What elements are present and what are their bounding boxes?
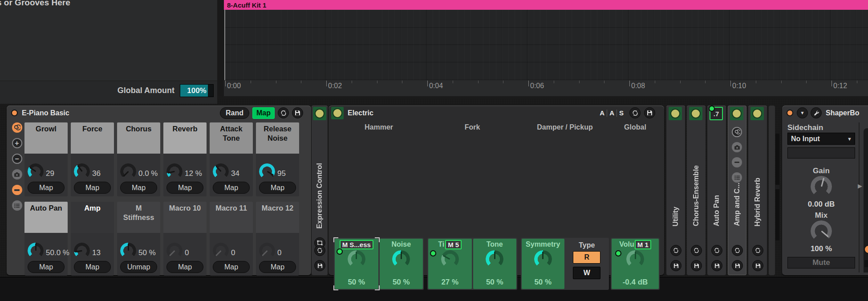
remove-macro-icon[interactable]: − [12,154,22,164]
randomize-again-icon[interactable] [732,245,743,256]
macro-10-knob[interactable] [166,243,183,259]
global-volume-cell[interactable]: VoluM 1 -0.4 dB [612,239,659,289]
macro-pad-auto-pan[interactable]: Auto Pan [24,202,68,233]
device-activator[interactable] [331,107,344,119]
map-button[interactable]: Map [74,261,111,273]
map-button[interactable]: Map [28,261,65,273]
chorus-knob[interactable] [120,163,136,179]
clip-title-bar[interactable]: 8-Acuff Kit 1 [224,0,868,10]
hammer-stiffness-knob[interactable] [348,250,365,268]
map-button[interactable]: Map [259,182,296,194]
hammer-noise-cell[interactable]: Noise 50 % [380,239,423,289]
macro-tag[interactable]: M 1 [635,240,651,249]
device-activator-led[interactable] [11,110,18,116]
macro-pad-12[interactable]: Macro 12 [256,202,299,233]
symmetry-knob[interactable] [534,250,552,268]
mute-button[interactable]: Mute [787,257,855,268]
sliver-activator-led[interactable] [864,245,868,254]
fork-tone-knob[interactable] [486,250,503,268]
clip-note-grid[interactable] [224,10,868,80]
macro-12-knob[interactable] [259,243,275,259]
map-button[interactable]: Map [213,261,250,273]
time-ruler[interactable]: 0:00 0:02 0:04 0:06 0:08 0:10 0:12 [224,80,868,96]
growl-knob[interactable] [28,163,44,179]
save-preset-icon[interactable] [732,260,743,271]
expand-plugin-arrow[interactable]: ▶ [858,183,862,189]
sidechain-sub-select[interactable] [787,147,855,159]
type-w-button[interactable]: W [573,267,600,279]
fork-tine-knob[interactable] [441,250,459,268]
sidechain-input-select[interactable]: No Input▼ [787,133,855,145]
device-activator[interactable] [689,107,702,120]
fork-tine-cell[interactable]: TiM 5 27 % [428,239,472,289]
save-preset-icon[interactable] [644,107,655,118]
global-amount-field[interactable]: 100% [180,84,214,97]
resize-handle[interactable] [775,134,779,240]
macro-snapshot-icon[interactable] [732,142,742,152]
device-activator-led[interactable] [787,110,793,116]
device-hybrid-reverb-folded[interactable]: Hybrid Reverb [748,106,767,275]
map-button[interactable]: Map [213,182,250,194]
amp-knob[interactable] [74,243,90,259]
hot-swap-icon[interactable] [732,127,742,137]
save-preset-icon[interactable] [711,260,722,271]
device-activator-mapped[interactable]: .7 [710,107,723,120]
device-activator[interactable] [313,107,326,120]
map-button[interactable]: Map [74,182,111,194]
macro-pad-11[interactable]: Macro 11 [210,202,253,233]
randomize-again-icon[interactable] [314,245,325,256]
map-button[interactable]: Map [166,261,203,273]
map-button[interactable]: Map [166,182,203,194]
macro-pad-growl[interactable]: Growl [24,122,68,154]
hammer-noise-knob[interactable] [392,250,410,268]
device-activator[interactable] [750,107,764,120]
device-utility-folded[interactable]: Utility [666,106,685,275]
macro-controls-toggle-icon[interactable] [732,157,742,167]
hammer-stiffness-cell[interactable]: M S...ess 50 % [335,239,378,289]
macro-pad-chorus[interactable]: Chorus [117,122,160,154]
plugin-edit-icon[interactable] [811,107,822,118]
m-stiffness-knob[interactable] [120,243,136,259]
randomize-again-icon[interactable] [278,107,289,118]
release-noise-knob[interactable] [259,163,275,179]
map-mode-button[interactable]: Map [252,107,275,119]
global-volume-knob[interactable] [626,250,644,268]
macro-pad-force[interactable]: Force [71,122,114,154]
map-button[interactable]: Map [28,182,65,194]
save-preset-icon[interactable] [292,107,303,118]
type-r-button[interactable]: R [573,251,600,264]
macro-pad-attack-tone[interactable]: Attack Tone [210,122,253,154]
gain-knob[interactable] [811,176,832,197]
macro-controls-toggle-icon[interactable] [12,185,22,195]
mix-knob[interactable] [811,220,832,242]
device-activator[interactable] [669,107,682,120]
force-knob[interactable] [74,163,90,179]
randomize-again-icon[interactable] [629,107,641,118]
device-expression-control-folded[interactable]: Expression Control [312,106,328,275]
save-preset-icon[interactable] [670,260,681,271]
save-preset-icon[interactable] [691,260,702,271]
macro-pad-release-noise[interactable]: Release Noise [256,122,299,154]
unmap-button[interactable]: Unmap [120,261,157,273]
macro-pad-reverb[interactable]: Reverb [163,122,207,154]
hot-swap-icon[interactable] [12,122,22,133]
randomize-again-icon[interactable] [670,245,681,256]
randomize-again-icon[interactable] [711,245,722,256]
device-chorus-ensemble-folded[interactable]: Chorus-Ensemble [687,106,706,275]
rand-button[interactable]: Rand [220,107,249,119]
macro-pad-10[interactable]: Macro 10 [163,202,207,233]
macro-pad-m-stiffness[interactable]: M Stiffness [117,202,160,233]
randomize-again-icon[interactable] [752,245,763,256]
macro-11-knob[interactable] [213,243,229,259]
variation-list-icon[interactable] [732,172,742,183]
reverb-knob[interactable] [166,163,183,179]
add-macro-icon[interactable]: + [12,138,22,148]
attack-tone-knob[interactable] [213,163,229,179]
map-button[interactable]: Map [120,182,157,194]
macro-tag[interactable]: M 5 [445,240,462,249]
mapped-param-chip[interactable]: M S...ess [340,240,373,249]
auto-pan-knob[interactable] [28,243,44,259]
macro-snapshot-icon[interactable] [12,169,22,179]
macro-pad-amp[interactable]: Amp [71,202,114,233]
fork-tone-cell[interactable]: Tone 50 % [473,239,517,289]
